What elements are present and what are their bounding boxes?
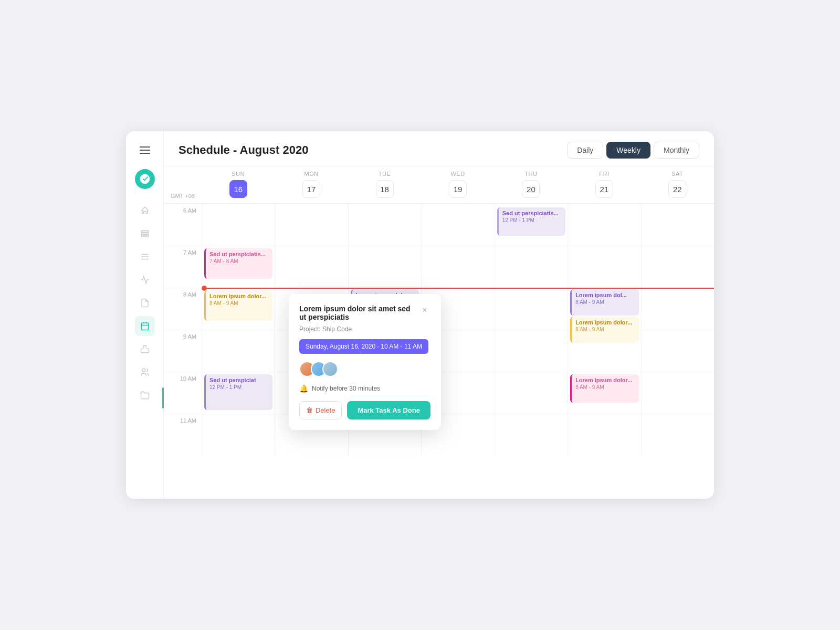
thu-6am-cell: Sed ut perspiciatis... 12 PM - 1 PM bbox=[495, 204, 568, 246]
sidebar-icon-calendar[interactable] bbox=[135, 316, 155, 336]
day-headers: GMT +08 SUN 16 MON 17 TUE 18 WED bbox=[164, 166, 714, 204]
bell-icon: 🔔 bbox=[299, 384, 308, 393]
time-label-7am: 7 AM bbox=[164, 246, 202, 288]
thu-8am-cell bbox=[495, 288, 568, 330]
svg-rect-3 bbox=[141, 230, 149, 232]
avatar-3 bbox=[322, 361, 338, 377]
thu-10am-cell bbox=[495, 372, 568, 414]
svg-rect-9 bbox=[141, 323, 149, 330]
fri-event-3[interactable]: Lorem ipsum dolor... 8 AM - 9 AM bbox=[570, 374, 638, 403]
delete-button[interactable]: 🗑 Delete bbox=[299, 401, 342, 419]
sidebar-icon-menu-lines[interactable] bbox=[135, 247, 155, 267]
fri-event-2[interactable]: Lorem ipsum dolor... 8 AM - 9 AM bbox=[570, 317, 638, 343]
sun-10am-cell: Sed ut perspiciat 12 PM - 1 PM bbox=[202, 372, 275, 414]
fri-11am-cell bbox=[568, 414, 640, 456]
sat-9am-cell bbox=[642, 330, 714, 372]
day-header-thu: THU 20 bbox=[495, 166, 568, 203]
time-label-9am: 9 AM bbox=[164, 330, 202, 372]
sun-event-1[interactable]: Sed ut perspiciatis... 7 AM - 8 AM bbox=[204, 248, 272, 279]
tue-6am-cell bbox=[349, 204, 421, 246]
sat-7am-cell bbox=[642, 246, 714, 288]
modal-close-button[interactable]: × bbox=[419, 304, 430, 316]
weekly-view-button[interactable]: Weekly bbox=[606, 142, 650, 159]
day-header-wed: WED 19 bbox=[421, 166, 494, 203]
monthly-view-button[interactable]: Monthly bbox=[654, 142, 699, 159]
daily-view-button[interactable]: Daily bbox=[567, 142, 603, 159]
thu-9am-cell bbox=[495, 330, 568, 372]
modal-title: Lorem ipsum dolor sit amet sed ut perspi… bbox=[299, 304, 419, 321]
sun-9am-cell bbox=[202, 330, 275, 372]
day-header-tue: TUE 18 bbox=[348, 166, 421, 203]
day-col-fri: Lorem ipsum dol... 8 AM - 9 AM Lorem ips… bbox=[568, 204, 640, 456]
page-title: Schedule - August 2020 bbox=[178, 143, 308, 157]
notify-text: Notify before 30 minutes bbox=[312, 385, 380, 392]
header: Schedule - August 2020 Daily Weekly Mont… bbox=[164, 131, 714, 166]
sidebar-icon-list[interactable] bbox=[135, 224, 155, 244]
time-label-11am: 11 AM bbox=[164, 414, 202, 456]
sun-7am-cell: Sed ut perspiciatis... 7 AM - 8 AM bbox=[202, 246, 275, 288]
mark-done-button[interactable]: Mark Task As Done bbox=[347, 401, 430, 419]
svg-rect-1 bbox=[140, 150, 150, 151]
day-header-mon: MON 17 bbox=[275, 166, 348, 203]
sun-11am-cell bbox=[202, 414, 275, 456]
time-labels: 6 AM 7 AM 8 AM 9 AM 10 AM 11 AM bbox=[164, 204, 202, 456]
sat-8am-cell bbox=[642, 288, 714, 330]
fri-10am-cell: Lorem ipsum dolor... 8 AM - 9 AM bbox=[568, 372, 640, 414]
sun-event-3[interactable]: Sed ut perspiciat 12 PM - 1 PM bbox=[204, 374, 272, 410]
modal-date-badge: Sunday, August 16, 2020 · 10 AM - 11 AM bbox=[299, 339, 428, 354]
fri-6am-cell bbox=[568, 204, 640, 246]
wed-7am-cell bbox=[422, 246, 494, 288]
thu-7am-cell bbox=[495, 246, 568, 288]
thu-11am-cell bbox=[495, 414, 568, 456]
svg-rect-0 bbox=[140, 146, 150, 148]
sat-6am-cell bbox=[642, 204, 714, 246]
app-logo bbox=[135, 169, 155, 189]
sun-6am-cell bbox=[202, 204, 275, 246]
fri-8am-cell: Lorem ipsum dol... 8 AM - 9 AM Lorem ips… bbox=[568, 288, 640, 330]
day-col-sun: Sed ut perspiciatis... 7 AM - 8 AM Lorem… bbox=[202, 204, 275, 456]
modal-notify: 🔔 Notify before 30 minutes bbox=[299, 384, 430, 393]
svg-rect-2 bbox=[140, 153, 150, 154]
mon-6am-cell bbox=[275, 204, 348, 246]
svg-rect-5 bbox=[141, 235, 149, 237]
modal-actions: 🗑 Delete Mark Task As Done bbox=[299, 401, 430, 419]
sidebar bbox=[126, 131, 164, 499]
now-dot bbox=[202, 286, 207, 291]
time-label-8am: 8 AM bbox=[164, 288, 202, 330]
event-detail-modal: Lorem ipsum dolor sit amet sed ut perspi… bbox=[289, 294, 441, 430]
modal-header: Lorem ipsum dolor sit amet sed ut perspi… bbox=[299, 304, 430, 321]
sidebar-icon-file[interactable] bbox=[135, 293, 155, 313]
modal-project: Project: Ship Code bbox=[299, 326, 430, 333]
sidebar-icon-document[interactable] bbox=[135, 339, 155, 359]
sidebar-icon-folder[interactable] bbox=[135, 385, 155, 405]
day-header-sat: SAT 22 bbox=[641, 166, 714, 203]
svg-rect-4 bbox=[141, 233, 149, 235]
sidebar-icon-home[interactable] bbox=[135, 201, 155, 220]
day-header-fri: FRI 21 bbox=[568, 166, 640, 203]
day-col-sat bbox=[641, 204, 714, 456]
tue-7am-cell bbox=[349, 246, 421, 288]
thu-event-1[interactable]: Sed ut perspiciatis... 12 PM - 1 PM bbox=[497, 207, 565, 236]
wed-6am-cell bbox=[422, 204, 494, 246]
sidebar-icon-chart[interactable] bbox=[135, 270, 155, 290]
active-indicator bbox=[162, 387, 164, 408]
sun-event-2[interactable]: Lorem ipsum dolor... 8 AM - 9 AM bbox=[204, 290, 272, 321]
hamburger-button[interactable] bbox=[135, 141, 154, 160]
trash-icon: 🗑 bbox=[306, 406, 313, 414]
now-line bbox=[202, 288, 714, 289]
sidebar-icon-users[interactable] bbox=[135, 362, 155, 382]
sun-8am-cell: Lorem ipsum dolor... 8 AM - 9 AM bbox=[202, 288, 275, 330]
time-label-6am: 6 AM bbox=[164, 204, 202, 246]
view-switcher: Daily Weekly Monthly bbox=[567, 142, 699, 159]
sat-11am-cell bbox=[642, 414, 714, 456]
day-col-thu: Sed ut perspiciatis... 12 PM - 1 PM bbox=[495, 204, 568, 456]
fri-7am-cell bbox=[568, 246, 640, 288]
gmt-label: GMT +08 bbox=[164, 166, 202, 203]
fri-event-1[interactable]: Lorem ipsum dol... 8 AM - 9 AM bbox=[570, 289, 638, 316]
time-label-10am: 10 AM bbox=[164, 372, 202, 414]
day-header-sun: SUN 16 bbox=[202, 166, 275, 203]
svg-point-13 bbox=[142, 369, 145, 372]
modal-avatars bbox=[299, 361, 430, 377]
sat-10am-cell bbox=[642, 372, 714, 414]
mon-7am-cell bbox=[275, 246, 348, 288]
